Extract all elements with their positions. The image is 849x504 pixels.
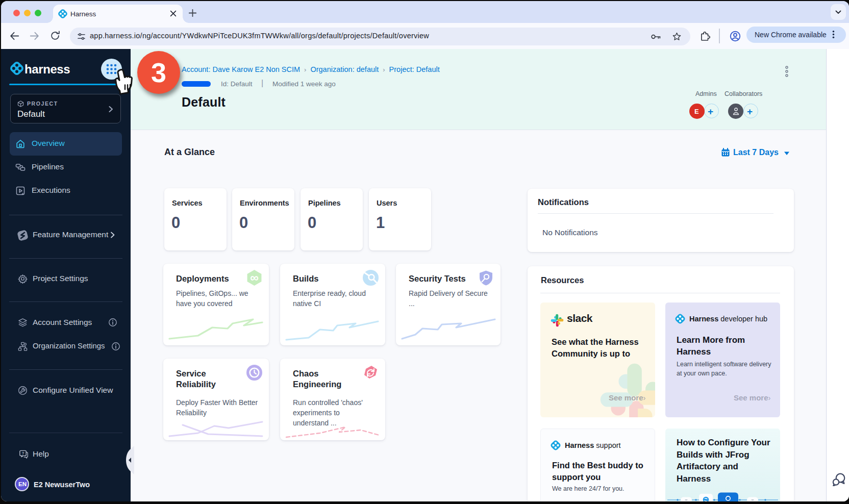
svg-text:?: ? bbox=[22, 451, 24, 456]
